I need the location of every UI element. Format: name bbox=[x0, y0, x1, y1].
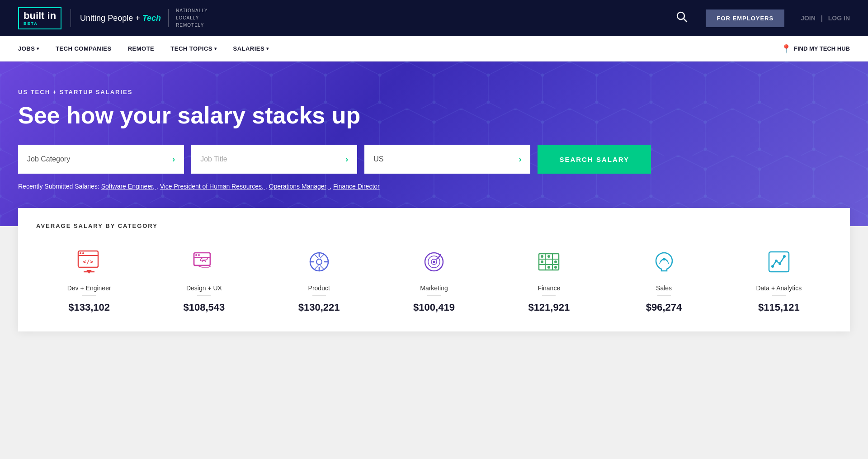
category-marketing[interactable]: Marketing $100,419 bbox=[381, 246, 487, 313]
svg-point-14 bbox=[82, 252, 84, 254]
svg-point-37 bbox=[547, 255, 550, 258]
recent-link-ops-manager[interactable]: Operations Manager bbox=[269, 183, 330, 190]
main-nav: JOBS ▾ TECH COMPANIES REMOTE TECH TOPICS… bbox=[0, 36, 868, 62]
svg-point-20 bbox=[195, 254, 197, 256]
svg-point-47 bbox=[783, 255, 786, 258]
logo-beta: BETA bbox=[24, 22, 56, 26]
sales-icon bbox=[648, 246, 680, 278]
location-icon: 📍 bbox=[781, 44, 791, 54]
hero-content: US TECH + STARTUP SALARIES See how your … bbox=[18, 89, 850, 190]
finance-icon bbox=[533, 246, 565, 278]
product-name: Product bbox=[308, 284, 330, 292]
job-title-placeholder: Job Title bbox=[200, 155, 227, 163]
design-ux-salary: $108,543 bbox=[184, 302, 225, 313]
nav-tech-companies[interactable]: TECH COMPANIES bbox=[56, 45, 112, 52]
data-analytics-name: Data + Analytics bbox=[756, 284, 802, 292]
job-category-arrow-icon: › bbox=[172, 155, 175, 164]
marketing-divider bbox=[427, 295, 441, 296]
find-tech-hub-label: FIND MY TECH HUB bbox=[794, 45, 850, 52]
data-analytics-icon bbox=[763, 246, 795, 278]
svg-point-26 bbox=[316, 259, 322, 265]
finance-name: Finance bbox=[538, 284, 560, 292]
location-arrow-icon: › bbox=[519, 155, 521, 164]
sales-salary: $96,274 bbox=[646, 302, 682, 313]
salaries-arrow-icon: ▾ bbox=[266, 46, 269, 51]
svg-point-36 bbox=[541, 260, 543, 263]
jobs-arrow-icon: ▾ bbox=[37, 46, 39, 51]
find-tech-hub[interactable]: 📍 FIND MY TECH HUB bbox=[781, 44, 850, 54]
header-divider bbox=[71, 9, 71, 27]
category-sales[interactable]: Sales $96,274 bbox=[611, 246, 717, 313]
salary-section: AVERAGE SALARY BY CATEGORY </> Dev + Eng… bbox=[18, 208, 850, 331]
design-ux-icon bbox=[188, 246, 220, 278]
category-product[interactable]: Product $130,221 bbox=[266, 246, 372, 313]
tagline-sub: NATIONALLYLOCALLYREMOTELY bbox=[176, 7, 208, 29]
category-finance[interactable]: Finance $121,921 bbox=[496, 246, 602, 313]
svg-rect-43 bbox=[769, 252, 789, 272]
dev-engineer-icon: </> bbox=[73, 246, 105, 278]
marketing-icon bbox=[418, 246, 450, 278]
sales-divider bbox=[657, 295, 671, 296]
join-link[interactable]: JOIN bbox=[801, 14, 816, 22]
recent-link-software-engineer[interactable]: Software Engineer bbox=[101, 183, 156, 190]
recent-link-vp-hr[interactable]: Vice President of Human Resources bbox=[160, 183, 265, 190]
hero-subtitle: US TECH + STARTUP SALARIES bbox=[18, 89, 850, 95]
dev-engineer-salary: $133,102 bbox=[68, 302, 110, 313]
svg-point-41 bbox=[554, 260, 557, 263]
product-divider bbox=[312, 295, 326, 296]
nav-jobs[interactable]: JOBS ▾ bbox=[18, 45, 39, 52]
auth-links: JOIN | LOG IN bbox=[801, 14, 850, 22]
finance-salary: $121,921 bbox=[528, 302, 570, 313]
category-data-analytics[interactable]: Data + Analytics $115,121 bbox=[726, 246, 832, 313]
category-grid: </> Dev + Engineer $133,102 bbox=[36, 246, 832, 313]
dev-engineer-name: Dev + Engineer bbox=[67, 284, 111, 292]
recent-salaries-label: Recently Submitted Salaries: bbox=[18, 183, 99, 190]
search-icon[interactable] bbox=[676, 11, 688, 25]
svg-point-46 bbox=[778, 262, 781, 265]
job-category-placeholder: Job Category bbox=[27, 155, 70, 163]
location-field[interactable]: US › bbox=[364, 145, 530, 174]
for-employers-button[interactable]: FOR EMPLOYERS bbox=[706, 9, 784, 27]
product-salary: $130,221 bbox=[298, 302, 340, 313]
finance-divider bbox=[542, 295, 556, 296]
top-header: built in BETA Uniting People + Tech NATI… bbox=[0, 0, 868, 36]
data-analytics-salary: $115,121 bbox=[758, 302, 800, 313]
job-category-field[interactable]: Job Category › bbox=[18, 145, 184, 174]
nav-tech-topics[interactable]: TECH TOPICS ▾ bbox=[170, 45, 217, 52]
svg-point-40 bbox=[541, 255, 543, 258]
login-link[interactable]: LOG IN bbox=[828, 14, 850, 22]
logo[interactable]: built in BETA bbox=[18, 7, 61, 29]
svg-point-39 bbox=[547, 266, 550, 269]
tagline-divider bbox=[168, 9, 169, 27]
svg-point-30 bbox=[433, 261, 435, 263]
search-row: Job Category › Job Title › US › SEARCH S… bbox=[18, 145, 651, 174]
logo-text: built in bbox=[24, 10, 56, 21]
hero-title: See how your salary stacks up bbox=[18, 103, 850, 128]
svg-point-42 bbox=[663, 258, 665, 260]
search-salary-button[interactable]: SEARCH SALARY bbox=[538, 145, 651, 174]
dev-engineer-divider bbox=[82, 295, 96, 296]
svg-point-44 bbox=[771, 265, 774, 268]
svg-point-21 bbox=[198, 254, 200, 256]
category-design-ux[interactable]: Design + UX $108,543 bbox=[151, 246, 257, 313]
sales-name: Sales bbox=[656, 284, 672, 292]
data-analytics-divider bbox=[772, 295, 786, 296]
recent-link-finance-director[interactable]: Finance Director bbox=[333, 183, 380, 190]
section-title: AVERAGE SALARY BY CATEGORY bbox=[36, 222, 832, 229]
tech-topics-arrow-icon: ▾ bbox=[214, 46, 217, 51]
logo-area: built in BETA Uniting People + Tech NATI… bbox=[18, 7, 208, 29]
recent-salaries: Recently Submitted Salaries: Software En… bbox=[18, 183, 850, 190]
svg-line-1 bbox=[684, 19, 687, 22]
marketing-name: Marketing bbox=[420, 284, 448, 292]
hero-section: US TECH + STARTUP SALARIES See how your … bbox=[0, 62, 868, 226]
svg-point-45 bbox=[775, 260, 778, 262]
nav-remote[interactable]: REMOTE bbox=[128, 45, 155, 52]
location-placeholder: US bbox=[373, 155, 383, 163]
svg-point-38 bbox=[554, 266, 557, 269]
nav-salaries[interactable]: SALARIES ▾ bbox=[233, 45, 269, 52]
job-title-field[interactable]: Job Title › bbox=[191, 145, 357, 174]
svg-point-13 bbox=[80, 252, 81, 254]
product-icon bbox=[303, 246, 335, 278]
auth-separator: | bbox=[821, 14, 823, 22]
category-dev-engineer[interactable]: </> Dev + Engineer $133,102 bbox=[36, 246, 142, 313]
